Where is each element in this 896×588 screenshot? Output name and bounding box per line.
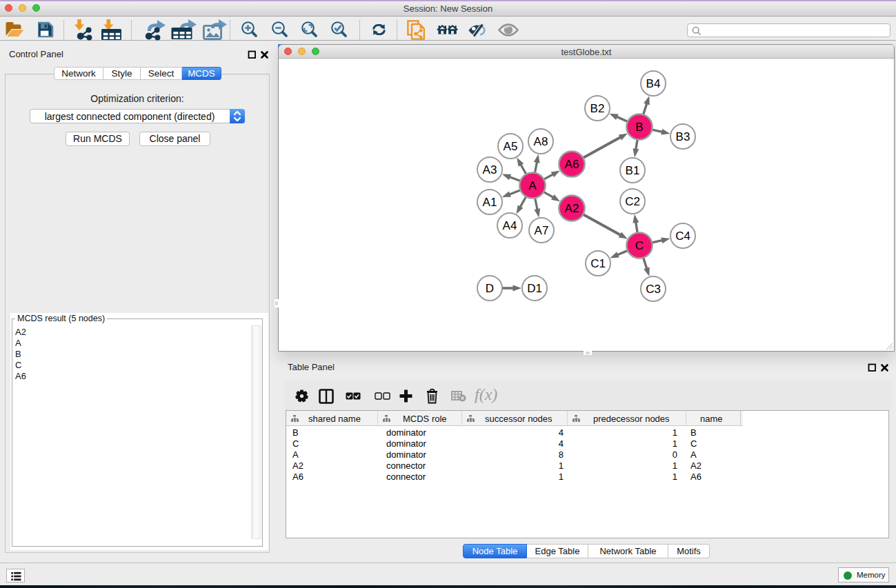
- svg-text:A8: A8: [534, 135, 548, 148]
- svg-text:A7: A7: [535, 224, 549, 237]
- svg-text:B: B: [635, 121, 643, 134]
- svg-text:A: A: [528, 179, 537, 192]
- svg-text:A4: A4: [503, 219, 517, 232]
- svg-text:D: D: [486, 282, 494, 295]
- svg-text:B1: B1: [626, 164, 640, 177]
- svg-text:A6: A6: [565, 158, 579, 171]
- svg-text:B3: B3: [676, 130, 690, 143]
- svg-text:A1: A1: [483, 196, 497, 209]
- svg-text:A2: A2: [565, 202, 579, 215]
- svg-text:B4: B4: [646, 77, 661, 90]
- svg-text:A3: A3: [483, 163, 497, 176]
- svg-text:D1: D1: [527, 282, 542, 295]
- svg-text:C1: C1: [590, 257, 606, 270]
- svg-text:C3: C3: [646, 283, 661, 296]
- svg-text:C: C: [635, 239, 644, 252]
- svg-text:A5: A5: [504, 140, 518, 153]
- svg-text:B2: B2: [590, 102, 605, 115]
- svg-text:C2: C2: [625, 195, 640, 208]
- svg-text:C4: C4: [675, 230, 690, 243]
